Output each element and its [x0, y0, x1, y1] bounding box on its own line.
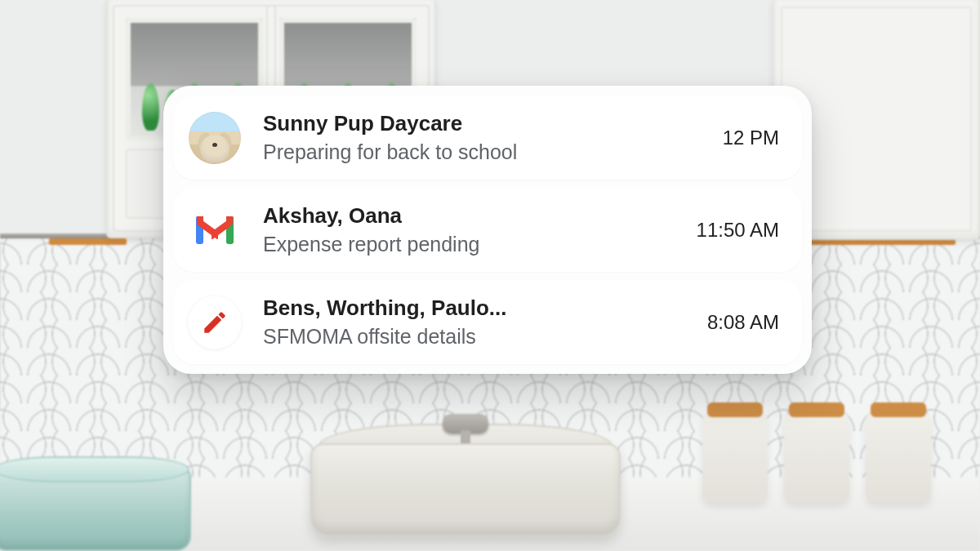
draft-icon-circle: [188, 295, 242, 349]
bg-under-cabinet-light-left: [49, 238, 127, 245]
app-icon: [188, 295, 242, 349]
bg-canister: [702, 412, 768, 502]
pencil-icon: [201, 309, 229, 336]
email-sender: Sunny Pup Daycare: [263, 110, 690, 137]
email-time: 8:08 AM: [707, 311, 779, 334]
sender-avatar: [188, 111, 242, 165]
email-sender: Bens, Worthing, Paulo...: [263, 295, 675, 322]
bg-pot-teal: [0, 466, 191, 551]
app-icon: [188, 203, 242, 257]
avatar-dog-icon: [189, 112, 241, 164]
gmail-icon: [196, 216, 234, 244]
email-subject: Expense report pending: [263, 231, 664, 258]
email-time: 11:50 AM: [697, 219, 779, 242]
email-text: Bens, Worthing, Paulo... SFMOMA offsite …: [263, 295, 675, 349]
email-time: 12 PM: [723, 127, 779, 149]
bg-canister: [866, 412, 931, 502]
email-widget[interactable]: Sunny Pup Daycare Preparing for back to …: [163, 86, 812, 374]
email-row[interactable]: Sunny Pup Daycare Preparing for back to …: [173, 96, 802, 180]
bg-pot-white: [310, 414, 621, 536]
email-text: Sunny Pup Daycare Preparing for back to …: [263, 110, 690, 165]
email-sender: Akshay, Oana: [263, 202, 664, 229]
email-subject: SFMOMA offsite details: [263, 323, 675, 350]
email-subject: Preparing for back to school: [263, 139, 690, 166]
bg-canister: [784, 412, 849, 502]
email-text: Akshay, Oana Expense report pending: [263, 202, 664, 257]
email-row[interactable]: Akshay, Oana Expense report pending 11:5…: [173, 188, 802, 272]
email-row[interactable]: Bens, Worthing, Paulo... SFMOMA offsite …: [173, 280, 802, 364]
